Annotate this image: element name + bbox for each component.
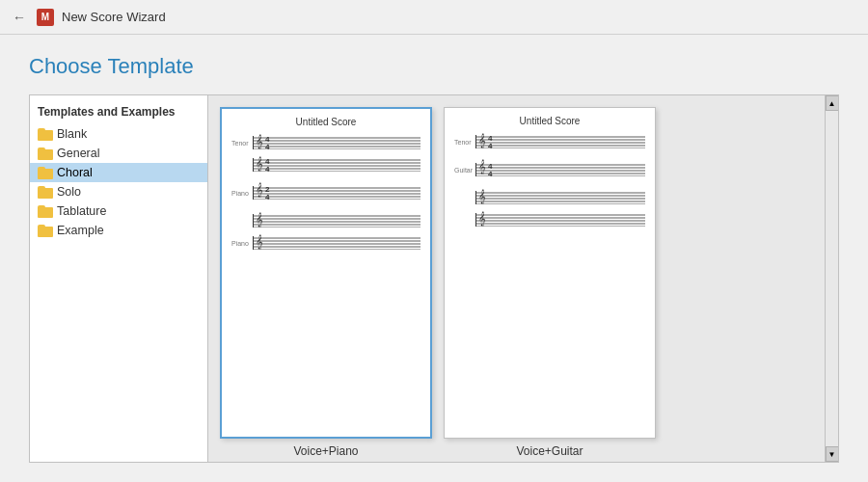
folder-icon-example xyxy=(38,225,53,237)
template-score-title-1: Untitled Score xyxy=(231,117,420,127)
window-title: New Score Wizard xyxy=(62,10,166,24)
sidebar-item-choral[interactable]: Choral xyxy=(30,163,207,182)
template-score-title-2: Untitled Score xyxy=(454,116,645,126)
folder-icon-general xyxy=(38,147,53,160)
right-panel: Untitled Score Tenor xyxy=(208,95,838,462)
template-preview-voice-piano: Untitled Score Tenor xyxy=(220,107,432,439)
templates-grid: Untitled Score Tenor xyxy=(208,95,825,462)
scrollbar-down-button[interactable]: ▼ xyxy=(826,446,839,462)
folder-icon-blank xyxy=(38,128,53,141)
scrollbar-track: ▲ ▼ xyxy=(825,95,838,462)
sidebar-item-solo[interactable]: Solo xyxy=(30,182,207,201)
sidebar-item-label-blank: Blank xyxy=(57,127,87,141)
sidebar-item-general[interactable]: General xyxy=(30,144,207,163)
app-icon: M xyxy=(37,9,54,26)
wizard-body: Templates and Examples Blank General Cho… xyxy=(29,94,839,463)
template-preview-voice-guitar: Untitled Score Tenor xyxy=(444,107,656,439)
panel-header: Templates and Examples xyxy=(30,101,207,124)
folder-icon-tablature xyxy=(38,205,53,218)
template-card-voice-guitar[interactable]: Untitled Score Tenor xyxy=(444,107,656,462)
folder-icon-solo xyxy=(38,186,53,199)
main-content: Choose Template Templates and Examples B… xyxy=(0,35,868,482)
scrollbar-up-button[interactable]: ▲ xyxy=(826,95,839,111)
sidebar-item-label-example: Example xyxy=(57,224,104,237)
sidebar-item-label-choral: Choral xyxy=(57,166,93,179)
sidebar-item-blank[interactable]: Blank xyxy=(30,124,207,144)
page-title: Choose Template xyxy=(29,54,839,79)
back-button[interactable]: ← xyxy=(10,8,29,27)
sidebar-item-tablature[interactable]: Tablature xyxy=(30,201,207,221)
left-panel: Templates and Examples Blank General Cho… xyxy=(30,95,208,462)
sidebar-item-label-solo: Solo xyxy=(57,185,81,199)
titlebar: ← M New Score Wizard xyxy=(0,0,868,35)
template-card-voice-piano[interactable]: Untitled Score Tenor xyxy=(220,107,432,462)
sidebar-item-label-tablature: Tablature xyxy=(57,204,106,218)
template-name-voice-piano: Voice+Piano xyxy=(289,439,362,462)
folder-icon-choral xyxy=(38,167,53,179)
sidebar-item-example[interactable]: Example xyxy=(30,221,207,240)
template-name-voice-guitar: Voice+Guitar xyxy=(512,439,586,462)
sidebar-item-label-general: General xyxy=(57,147,99,160)
templates-area: Untitled Score Tenor xyxy=(208,95,825,462)
